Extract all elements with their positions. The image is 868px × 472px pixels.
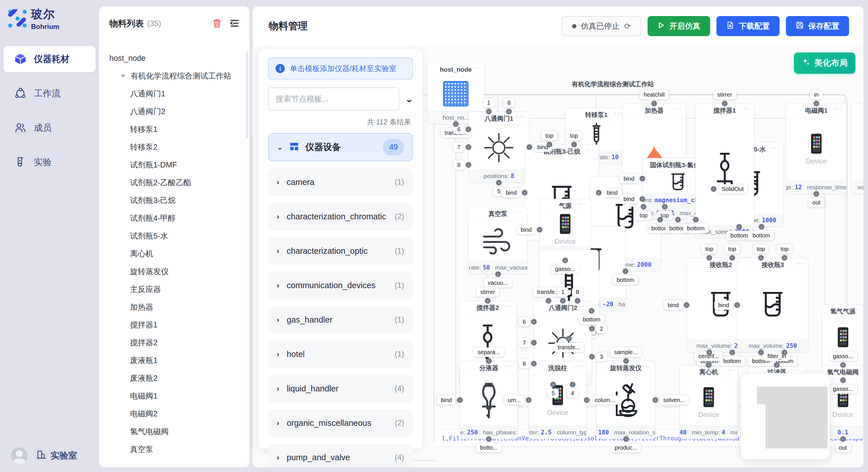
port-dot[interactable]: ‹	[547, 142, 552, 147]
category-characterization_optic[interactable]: ›characterization_optic(1)	[268, 237, 413, 264]
port-dot[interactable]: ›	[466, 162, 471, 168]
category-camera[interactable]: ›camera(1)	[268, 169, 413, 196]
port-label[interactable]: in	[810, 90, 823, 100]
tree-item[interactable]: 八通阀门1	[99, 85, 247, 103]
tree-item[interactable]: 搅拌器1	[99, 316, 247, 334]
canvas-node-搅拌器1[interactable]: 搅拌器1···max_speed: 2000	[695, 103, 754, 238]
more-icon[interactable]: ···	[793, 366, 801, 374]
port-dot[interactable]: ‹	[706, 362, 712, 368]
port-dot[interactable]: ›	[596, 190, 601, 196]
port-label[interactable]: top	[636, 211, 652, 220]
port-dot[interactable]: ›	[589, 354, 595, 360]
port-label[interactable]: transfe...	[554, 343, 584, 352]
port-dot[interactable]: ‹	[774, 362, 780, 368]
user-avatar[interactable]	[11, 447, 28, 464]
port-label[interactable]: 1	[557, 287, 568, 297]
port-dot[interactable]: ›	[758, 349, 764, 355]
start-simulation-button[interactable]: 开启仿真	[648, 16, 710, 36]
port-dot[interactable]: ›	[526, 397, 532, 403]
port-dot[interactable]: ›	[453, 121, 459, 127]
port-dot[interactable]: ‹	[623, 358, 629, 364]
port-label[interactable]: gasso...	[551, 264, 579, 274]
port-label[interactable]: bind	[603, 188, 622, 197]
more-icon[interactable]: ···	[505, 362, 514, 370]
port-label[interactable]: bottom	[719, 357, 745, 366]
port-dot[interactable]: ›	[730, 349, 735, 355]
category-liquid_handler[interactable]: ›liquid_handler(4)	[268, 375, 413, 402]
port-dot[interactable]: ‹	[840, 362, 846, 368]
canvas-node-接收瓶3[interactable]: 接收瓶3···max_volume: 250	[737, 258, 808, 352]
chevron-down-icon[interactable]: ⌄	[405, 94, 414, 104]
port-dot[interactable]: ‹	[730, 255, 735, 261]
port-label[interactable]: out	[808, 198, 825, 207]
more-icon[interactable]: ···	[515, 208, 523, 216]
canvas-node-14[interactable]: voltage: 12	[851, 103, 863, 194]
tree-item[interactable]: 试剂瓶2-乙酸乙酯	[99, 174, 247, 192]
tree-item[interactable]: 电磁阀2	[99, 405, 247, 423]
port-dot[interactable]: ‹	[813, 101, 819, 106]
search-template-input[interactable]	[268, 88, 399, 110]
more-icon[interactable]: ···	[586, 145, 594, 154]
tree-item[interactable]: 试剂瓶5-水	[99, 227, 247, 245]
port-label[interactable]: out	[835, 443, 851, 452]
port-label[interactable]: bind	[619, 194, 639, 204]
port-label[interactable]: top	[724, 244, 740, 254]
more-icon[interactable]: ···	[516, 112, 525, 121]
port-dot[interactable]: ›	[840, 377, 846, 383]
port-label[interactable]: bind	[714, 301, 733, 310]
port-label[interactable]: bind	[517, 225, 536, 234]
tree-item[interactable]: 试剂瓶3-己烷	[99, 192, 247, 209]
tree-item[interactable]: 电磁阀1	[99, 387, 247, 405]
port-label[interactable]: produc...	[611, 443, 641, 452]
port-dot[interactable]: ›	[466, 144, 471, 150]
port-label[interactable]: colum...	[591, 396, 619, 405]
category-pump_and_valve[interactable]: ›pump_and_valve(4)	[268, 444, 413, 467]
port-label[interactable]: top	[776, 244, 793, 254]
category-instruments[interactable]: ⌄ 仪器设备 49	[268, 133, 413, 161]
tree-item[interactable]: 废液瓶1	[99, 351, 247, 369]
port-dot[interactable]: ›	[652, 397, 658, 403]
delete-icon[interactable]	[212, 19, 222, 29]
port-label[interactable]: top	[566, 131, 582, 140]
port-label[interactable]: top	[701, 244, 717, 254]
canvas-node-洗脱柱[interactable]: 洗脱柱···Devicediameter: 2.5column_type: si	[529, 361, 587, 439]
port-dot[interactable]: ›	[486, 436, 492, 442]
more-icon[interactable]: ···	[504, 302, 513, 310]
port-dot[interactable]: ›	[584, 397, 590, 403]
port-dot[interactable]: ›	[570, 382, 576, 387]
tree-item[interactable]: host_node	[99, 49, 247, 67]
tree-item[interactable]: 转移泵2	[99, 138, 247, 156]
port-dot[interactable]: ›	[734, 302, 740, 308]
port-label[interactable]: 8	[453, 160, 464, 170]
port-dot[interactable]: ›	[562, 258, 568, 263]
port-label[interactable]: 5	[548, 389, 559, 398]
port-dot[interactable]: ›	[466, 127, 471, 132]
port-label[interactable]: 7	[453, 142, 464, 152]
port-label[interactable]: 7	[519, 338, 530, 347]
port-dot[interactable]: ›	[531, 361, 537, 367]
port-label[interactable]: 8	[503, 98, 515, 107]
port-label[interactable]: heatchill	[640, 90, 669, 100]
tree-item[interactable]: ▼有机化学流程综合测试工作站	[99, 67, 247, 85]
port-dot[interactable]: ‹	[485, 298, 491, 304]
more-icon[interactable]: ···	[614, 109, 623, 117]
port-dot[interactable]: ›	[537, 227, 542, 233]
canvas-node-电磁阀1[interactable]: 电磁阀1···Devicevoltage: 12response_time: 0…	[786, 103, 847, 194]
tree-item[interactable]: 八通阀门2	[99, 103, 247, 121]
tree-item[interactable]: 搅拌器2	[99, 334, 247, 351]
port-dot[interactable]: ‹	[546, 298, 551, 304]
port-label[interactable]: separa...	[474, 347, 504, 357]
port-label[interactable]: bottom	[613, 275, 638, 285]
port-label[interactable]: 2	[596, 324, 607, 334]
port-dot[interactable]: ›	[531, 340, 537, 345]
port-dot[interactable]: ›	[711, 186, 716, 192]
port-dot[interactable]: ›	[496, 180, 502, 186]
scrollbar[interactable]	[246, 52, 248, 138]
port-label[interactable]: bottom	[683, 224, 708, 233]
node-canvas[interactable]: 有机化学流程综合测试工作站 l,FilterProtocol,CleanVess…	[253, 46, 863, 467]
port-label[interactable]: bind	[502, 188, 521, 197]
tree-item[interactable]: 试剂瓶4-甲醇	[99, 209, 247, 227]
port-dot[interactable]: ›	[623, 436, 629, 442]
port-label[interactable]: 1	[483, 98, 494, 107]
port-label[interactable]: stirrer	[713, 90, 736, 100]
